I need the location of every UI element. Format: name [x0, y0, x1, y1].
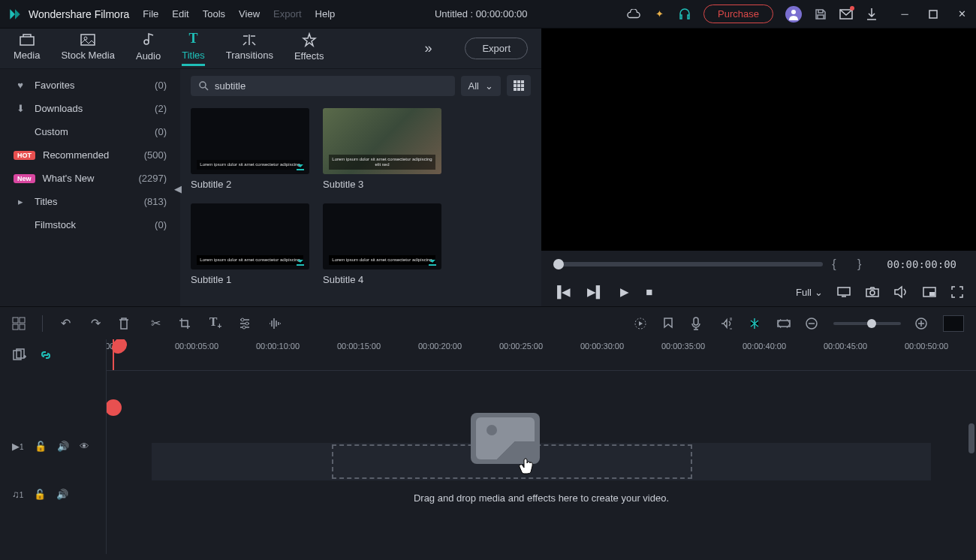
menu-file[interactable]: File [143, 8, 158, 20]
crop-icon[interactable] [178, 317, 193, 330]
preview-quality-dropdown[interactable]: Full⌄ [796, 287, 823, 298]
mail-icon[interactable] [839, 8, 853, 21]
asset-thumbnail[interactable]: Lorem ipsum dolor sit amet consectetur a… [323, 203, 441, 285]
download-asset-icon[interactable] [426, 254, 438, 266]
layout-icon[interactable] [12, 317, 27, 330]
split-button[interactable]: ✂ [148, 316, 163, 330]
snap-icon[interactable] [748, 317, 763, 330]
undo-button[interactable]: ↶ [58, 316, 73, 330]
filter-dropdown[interactable]: All⌄ [461, 76, 501, 96]
zoom-slider[interactable] [833, 322, 901, 325]
user-avatar[interactable] [785, 6, 802, 23]
sidebar-item-whatsnew[interactable]: NewWhat's New (2297) [0, 167, 180, 190]
link-icon[interactable] [39, 348, 53, 362]
mute-icon[interactable] [893, 285, 908, 299]
audio-wave-icon[interactable] [268, 317, 283, 330]
visibility-icon[interactable]: 👁 [80, 441, 89, 452]
sidebar-item-downloads[interactable]: ⬇Downloads (2) [0, 97, 180, 120]
download-asset-icon[interactable] [294, 254, 306, 266]
voiceover-icon[interactable] [691, 316, 706, 331]
search-input[interactable] [215, 80, 447, 92]
purchase-button[interactable]: Purchase [703, 5, 773, 23]
expand-icon[interactable]: » [424, 41, 432, 56]
menu-tools[interactable]: Tools [203, 8, 225, 20]
asset-thumbnail[interactable]: Lorem ipsum dolor sit amet consectetur a… [191, 108, 309, 190]
sidebar-item-count: (500) [144, 149, 167, 161]
ripple-icon[interactable] [776, 318, 791, 329]
preview-viewport[interactable] [541, 29, 976, 251]
sidebar-item-titles[interactable]: ▸Titles (813) [0, 190, 180, 213]
export-button[interactable]: Export [465, 38, 528, 59]
tracks-area[interactable]: Drag and drop media and effects here to … [107, 371, 976, 554]
marker-icon[interactable] [662, 317, 677, 330]
sidebar-item-recommended[interactable]: HOTRecommended (500) [0, 143, 180, 167]
menu-help[interactable]: Help [315, 8, 336, 20]
lock-icon[interactable]: 🔓 [34, 489, 46, 500]
cloud-icon[interactable] [627, 8, 640, 21]
text-add-icon[interactable]: T+ [208, 315, 223, 330]
collapse-sidebar-handle[interactable]: ◀ [174, 183, 182, 194]
search-box[interactable] [191, 76, 455, 96]
tab-effects[interactable]: Effects [294, 32, 324, 65]
menu-view[interactable]: View [239, 8, 260, 20]
scrub-handle[interactable] [553, 259, 564, 269]
cursor-hand-icon [518, 457, 535, 475]
svg-rect-13 [517, 88, 520, 91]
render-icon[interactable] [634, 317, 649, 330]
tab-audio[interactable]: Audio [136, 32, 161, 65]
add-track-icon[interactable] [12, 348, 27, 362]
maximize-button[interactable] [926, 8, 940, 21]
in-out-brackets[interactable]: { } [832, 257, 870, 271]
lock-icon[interactable]: 🔓 [35, 441, 47, 452]
sidebar-item-favorites[interactable]: ♥Favorites (0) [0, 74, 180, 97]
zoom-out-button[interactable] [805, 317, 820, 330]
view-grid-button[interactable] [507, 75, 531, 96]
asset-thumbnail[interactable]: Lorem ipsum dolor sit amet consectetur a… [191, 203, 309, 285]
chevron-down-icon: ⌄ [815, 287, 823, 298]
svg-rect-12 [514, 88, 517, 91]
sidebar-item-filmstock[interactable]: Filmstock (0) [0, 213, 180, 236]
tab-media[interactable]: Media [14, 33, 40, 64]
zoom-in-button[interactable] [914, 317, 929, 330]
audio-track-header[interactable]: ♫1 🔓 🔊 [0, 476, 106, 512]
display-icon[interactable] [836, 286, 851, 298]
timeline-swatch[interactable] [943, 315, 964, 332]
video-track-header[interactable]: ▶1 🔓 🔊 👁 [0, 428, 106, 464]
download-asset-icon[interactable] [294, 159, 306, 171]
timeline-ruler[interactable]: 00:0000:00:05:0000:00:10:0000:00:15:0000… [107, 339, 976, 371]
play-button[interactable]: ▶ [620, 285, 629, 299]
playhead[interactable] [113, 339, 114, 370]
vertical-scrollbar[interactable] [968, 423, 974, 453]
sidebar-item-label: Favorites [35, 80, 74, 91]
preview-scrubber[interactable] [553, 262, 823, 266]
download-icon[interactable] [865, 8, 878, 21]
lightbulb-icon[interactable]: ✦ [652, 8, 666, 21]
fullscreen-icon[interactable] [950, 285, 964, 299]
prev-frame-button[interactable]: ▐◀ [553, 285, 571, 299]
headphones-icon[interactable] [678, 8, 691, 21]
close-button[interactable]: ✕ [955, 8, 968, 21]
redo-button[interactable]: ↷ [88, 316, 103, 330]
mute-track-icon[interactable]: 🔊 [57, 441, 69, 452]
svg-rect-9 [514, 84, 517, 87]
heart-icon: ♥ [14, 80, 27, 91]
snapshot-icon[interactable] [865, 286, 880, 298]
asset-thumbnail[interactable]: Lorem ipsum dolor sit amet consectetur a… [323, 108, 441, 190]
save-icon[interactable] [814, 8, 827, 21]
audio-mixer-icon[interactable] [719, 317, 734, 330]
adjust-icon[interactable] [238, 317, 253, 330]
pip-icon[interactable] [922, 286, 937, 298]
stop-button[interactable]: ■ [646, 285, 652, 299]
tab-stock-media[interactable]: Stock Media [61, 33, 115, 64]
tab-titles[interactable]: TTitles [182, 31, 205, 66]
step-back-button[interactable]: ▶▌ [587, 285, 604, 299]
sidebar-item-custom[interactable]: Custom (0) [0, 120, 180, 143]
zoom-handle[interactable] [867, 319, 876, 328]
mute-track-icon[interactable]: 🔊 [56, 489, 68, 500]
delete-button[interactable] [118, 317, 133, 330]
menu-export[interactable]: Export [273, 8, 302, 20]
tab-effects-label: Effects [294, 50, 324, 62]
menu-edit[interactable]: Edit [172, 8, 188, 20]
tab-transitions[interactable]: Transitions [226, 33, 273, 64]
minimize-button[interactable]: ─ [898, 8, 911, 21]
